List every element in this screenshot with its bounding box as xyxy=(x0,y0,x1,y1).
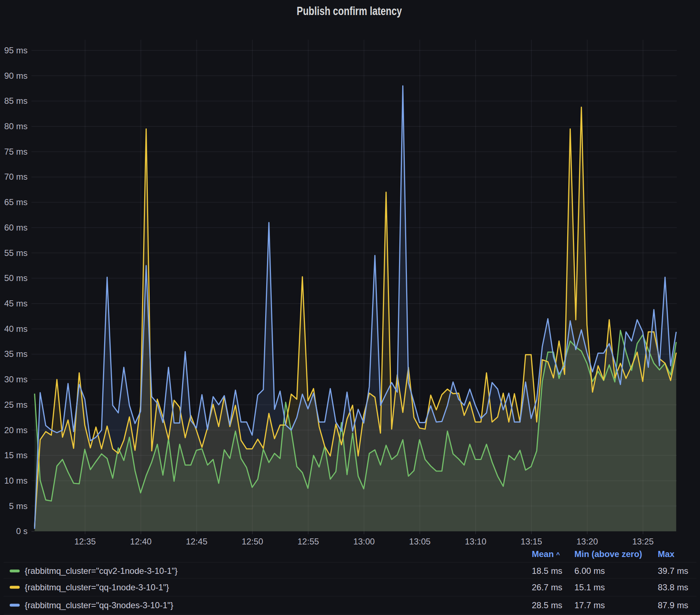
svg-text:Mean ^: Mean ^ xyxy=(532,549,560,559)
svg-text:12:40: 12:40 xyxy=(130,537,152,546)
svg-text:12:45: 12:45 xyxy=(186,537,207,546)
svg-text:26.7 ms: 26.7 ms xyxy=(532,582,562,592)
svg-text:18.5 ms: 18.5 ms xyxy=(532,566,562,576)
svg-text:45 ms: 45 ms xyxy=(4,299,28,308)
svg-text:65 ms: 65 ms xyxy=(4,197,28,207)
svg-text:75 ms: 75 ms xyxy=(4,147,28,156)
svg-text:15.1 ms: 15.1 ms xyxy=(574,582,605,592)
svg-text:12:55: 12:55 xyxy=(297,537,319,546)
svg-text:90 ms: 90 ms xyxy=(4,71,28,81)
svg-text:0 s: 0 s xyxy=(16,526,28,536)
svg-text:12:35: 12:35 xyxy=(74,537,96,546)
svg-text:55 ms: 55 ms xyxy=(4,248,28,258)
svg-text:25 ms: 25 ms xyxy=(4,400,28,410)
svg-text:40 ms: 40 ms xyxy=(4,324,28,334)
svg-text:12:50: 12:50 xyxy=(242,537,263,546)
svg-text:60 ms: 60 ms xyxy=(4,223,28,232)
svg-text:50 ms: 50 ms xyxy=(4,273,28,283)
svg-text:83.8 ms: 83.8 ms xyxy=(658,582,688,592)
svg-text:30 ms: 30 ms xyxy=(4,374,28,384)
svg-text:Min (above zero): Min (above zero) xyxy=(574,549,642,559)
svg-text:13:00: 13:00 xyxy=(353,537,375,546)
svg-text:13:05: 13:05 xyxy=(409,537,431,546)
svg-text:87.9 ms: 87.9 ms xyxy=(658,600,688,610)
svg-text:10 ms: 10 ms xyxy=(4,476,28,485)
svg-text:15 ms: 15 ms xyxy=(4,450,28,460)
svg-text:13:20: 13:20 xyxy=(577,537,598,546)
svg-text:13:25: 13:25 xyxy=(632,537,654,546)
svg-text:35 ms: 35 ms xyxy=(4,349,28,359)
svg-text:39.7 ms: 39.7 ms xyxy=(658,566,688,576)
svg-text:85 ms: 85 ms xyxy=(4,96,28,106)
svg-text:13:10: 13:10 xyxy=(465,537,486,546)
svg-text:17.7 ms: 17.7 ms xyxy=(574,600,605,610)
svg-text:95 ms: 95 ms xyxy=(4,45,28,55)
svg-text:6.00 ms: 6.00 ms xyxy=(574,566,605,576)
svg-text:{rabbitmq_cluster="cqv2-1node-: {rabbitmq_cluster="cqv2-1node-3-10-1"} xyxy=(25,566,178,576)
svg-text:{rabbitmq_cluster="qq-1node-3-: {rabbitmq_cluster="qq-1node-3-10-1"} xyxy=(25,582,169,592)
svg-text:Publish confirm latency: Publish confirm latency xyxy=(297,4,402,18)
svg-text:Max: Max xyxy=(658,549,675,559)
svg-text:80 ms: 80 ms xyxy=(4,121,28,131)
svg-text:20 ms: 20 ms xyxy=(4,425,28,435)
svg-text:28.5 ms: 28.5 ms xyxy=(532,600,562,610)
svg-text:5 ms: 5 ms xyxy=(9,501,28,511)
svg-text:{rabbitmq_cluster="qq-3nodes-3: {rabbitmq_cluster="qq-3nodes-3-10-1"} xyxy=(25,600,173,610)
svg-text:13:15: 13:15 xyxy=(521,537,542,546)
svg-text:70 ms: 70 ms xyxy=(4,172,28,181)
